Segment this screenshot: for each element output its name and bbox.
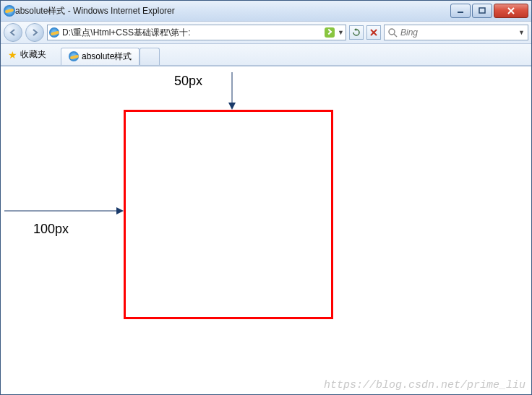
page-icon	[49, 27, 59, 38]
dropdown-icon[interactable]: ▼	[338, 29, 344, 36]
positioned-box	[124, 110, 333, 319]
window-title: absolute样式 - Windows Internet Explorer	[15, 5, 449, 17]
arrow-right-icon	[4, 204, 126, 218]
tab-strip: absolute样式	[61, 45, 160, 65]
arrow-left-icon	[9, 28, 17, 37]
search-box[interactable]: ▼	[384, 25, 528, 40]
refresh-button[interactable]	[349, 25, 364, 40]
titlebar: absolute样式 - Windows Internet Explorer	[1, 1, 531, 21]
maximize-button[interactable]	[472, 4, 492, 18]
search-input[interactable]	[400, 27, 515, 38]
svg-rect-1	[479, 8, 485, 13]
compat-icon	[325, 27, 335, 38]
favorites-label: 收藏夹	[20, 48, 46, 61]
minimize-button[interactable]	[450, 4, 471, 18]
back-button[interactable]	[4, 23, 22, 42]
favorites-bar: ★ 收藏夹 absolute样式	[1, 44, 531, 66]
search-dropdown-icon[interactable]: ▼	[518, 29, 525, 36]
top-offset-label: 50px	[174, 74, 202, 89]
minimize-icon	[457, 8, 464, 14]
arrow-down-icon	[225, 72, 239, 112]
search-icon	[387, 27, 398, 38]
ie-icon	[4, 5, 15, 17]
tab-icon	[69, 51, 79, 61]
new-tab-button[interactable]	[140, 48, 160, 65]
maximize-icon	[479, 7, 486, 14]
arrow-right-icon	[30, 28, 39, 37]
tab-active[interactable]: absolute样式	[61, 48, 140, 65]
tab-title: absolute样式	[82, 51, 132, 63]
refresh-icon	[352, 28, 361, 37]
svg-line-7	[394, 34, 397, 37]
page-content: 50px 100px https://blog.csdn.net/prime_l…	[1, 66, 531, 394]
address-text: D:\重点\Html+CSS基础课程\第十:	[62, 27, 322, 39]
close-icon	[507, 6, 515, 15]
stop-button[interactable]	[366, 25, 381, 40]
watermark-text: https://blog.csdn.net/prime_liu	[324, 379, 525, 391]
forward-button[interactable]	[25, 23, 44, 42]
left-offset-label: 100px	[33, 222, 69, 237]
star-icon: ★	[8, 49, 17, 61]
window-controls	[449, 4, 528, 18]
favorites-button[interactable]: ★ 收藏夹	[5, 47, 49, 62]
svg-point-6	[389, 29, 395, 35]
close-button[interactable]	[494, 4, 528, 18]
ie-window: absolute样式 - Windows Internet Explorer D…	[0, 0, 532, 395]
stop-icon	[370, 29, 377, 36]
navigation-bar: D:\重点\Html+CSS基础课程\第十: ▼ ▼	[1, 21, 531, 44]
address-bar[interactable]: D:\重点\Html+CSS基础课程\第十: ▼	[47, 25, 346, 40]
